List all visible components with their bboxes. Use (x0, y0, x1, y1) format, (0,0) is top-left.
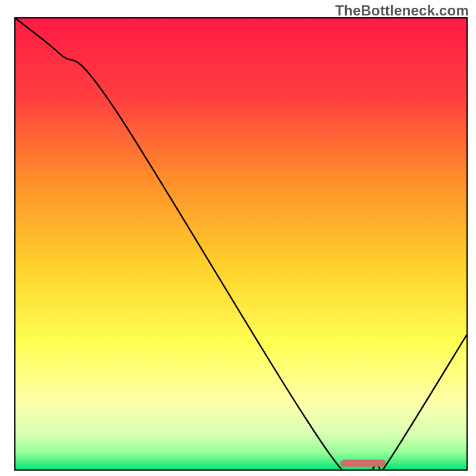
watermark-text: TheBottleneck.com (335, 2, 469, 19)
bottleneck-chart (0, 0, 476, 476)
chart-container: TheBottleneck.com (0, 0, 476, 476)
optimal-range-marker (340, 460, 386, 467)
plot-background (15, 18, 467, 470)
